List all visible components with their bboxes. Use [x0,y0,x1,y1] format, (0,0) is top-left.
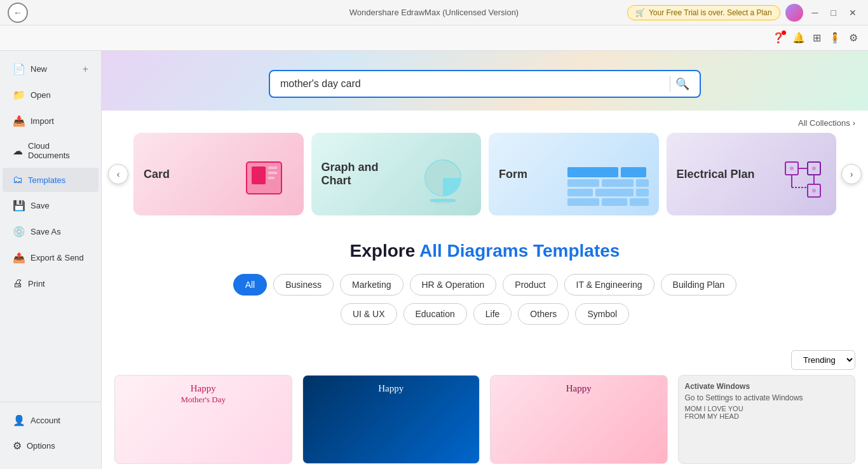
sidebar-item-import[interactable]: 📥 Import [3,109,98,133]
back-button[interactable]: ← [8,3,28,23]
trial-banner[interactable]: 🛒 Your Free Trial is over. Select a Plan [627,5,780,20]
template-card-1-text: HappyMother's Day [115,376,292,412]
sidebar-item-save[interactable]: 💾 Save [3,193,98,218]
card-icon [240,153,291,206]
filter-building[interactable]: Building Plan [661,274,737,296]
template-card-3[interactable]: Happy [490,375,668,464]
sidebar-item-cloud[interactable]: ☁ Cloud Documents [3,135,98,167]
template-card-1[interactable]: HappyMother's Day [114,375,292,464]
category-card-card[interactable]: Card [133,133,304,215]
sidebar-item-saveas[interactable]: 💿 Save As [3,219,98,244]
maximize-button[interactable]: □ [827,6,840,19]
sidebar-item-open[interactable]: 📁 Open [3,83,98,107]
plus-icon: + [83,64,88,75]
carousel-next-button[interactable]: › [841,164,862,184]
sidebar-item-options[interactable]: ⚙ Options [3,433,98,458]
content-area: 🔍 All Collections › ‹ Card [102,51,868,469]
sidebar: 📄 New + 📁 Open 📥 Import ☁ Cloud Document… [0,51,102,469]
carousel-prev-button[interactable]: ‹ [108,164,128,184]
svg-rect-6 [430,199,456,202]
template-card-4-text: Activate Windows Go to Settings to activ… [679,376,855,426]
settings-icon[interactable]: ⚙ [849,32,858,44]
sidebar-label-saveas: Save As [31,227,61,236]
titlebar: ← Wondershare EdrawMax (Unlicensed Versi… [0,0,868,25]
avatar[interactable] [785,4,803,22]
explore-title: Explore All Diagrams Templates [114,241,855,261]
filter-hr[interactable]: HR & Operation [410,274,497,296]
saveas-icon: 💿 [13,226,25,238]
category-carousel: ‹ Card [102,133,868,228]
filter-uiux[interactable]: UI & UX [341,303,397,325]
category-card-graph[interactable]: Graph andChart [311,133,482,215]
activate-windows-extra: MOM I LOVE YOUFROM MY HEAD [685,405,849,420]
filter-all[interactable]: All [233,274,268,296]
sidebar-label-print: Print [28,279,45,289]
help-icon[interactable]: ❓ [772,32,785,44]
template-grid: HappyMother's Day Happy Happy Activate W… [102,375,868,469]
sidebar-item-print[interactable]: 🖨 Print [3,271,98,296]
cart-icon: 🛒 [635,8,645,17]
open-icon: 📁 [13,89,25,101]
sidebar-label-cloud: Cloud Documents [28,141,88,160]
hero-section: 🔍 [102,51,868,111]
svg-rect-4 [268,177,275,179]
sidebar-item-export[interactable]: 📤 Export & Send [3,245,98,270]
filter-education[interactable]: Education [403,303,467,325]
sidebar-item-account[interactable]: 👤 Account [3,408,98,433]
svg-point-15 [790,167,794,170]
svg-rect-1 [252,167,266,184]
sidebar-label-options: Options [27,441,55,451]
svg-point-16 [812,167,816,170]
import-icon: 📥 [13,115,25,127]
template-card-4[interactable]: Activate Windows Go to Settings to activ… [678,375,856,464]
close-button[interactable]: ✕ [845,6,860,19]
trending-dropdown[interactable]: Trending Newest Popular [791,350,855,370]
search-divider [670,76,670,92]
category-card-electrical[interactable]: Electrical Plan [667,133,837,215]
filter-business[interactable]: Business [273,274,334,296]
category-electrical-label: Electrical Plan [677,168,755,181]
activate-windows-title: Activate Windows [685,382,849,391]
sidebar-label-open: Open [31,90,51,100]
filter-marketing[interactable]: Marketing [340,274,403,296]
new-icon: 📄 [13,63,25,75]
minimize-button[interactable]: ─ [808,6,822,19]
filter-life[interactable]: Life [473,303,512,325]
titlebar-left: ← [8,3,28,23]
trial-text: Your Free Trial is over. Select a Plan [649,8,772,17]
cards-container: Card Graph andChart [128,133,841,215]
sidebar-label-import: Import [31,116,54,126]
template-card-2[interactable]: Happy [302,375,480,464]
search-input[interactable] [280,78,665,90]
sidebar-label-save: Save [31,201,50,210]
filter-it[interactable]: IT & Engineering [564,274,654,296]
category-card-label: Card [144,168,170,181]
svg-rect-2 [268,167,277,169]
template-card-2-text: Happy [303,376,480,402]
sidebar-item-templates[interactable]: 🗂 Templates [3,168,98,192]
explore-title-highlight: All Diagrams Templates [419,241,620,261]
template-card-3-text: Happy [491,376,667,402]
svg-rect-3 [268,172,277,174]
search-box[interactable]: 🔍 [269,70,701,98]
activate-windows-sub: Go to Settings to activate Windows [685,393,849,402]
filter-symbol[interactable]: Symbol [575,303,629,325]
filter-others[interactable]: Others [518,303,569,325]
explore-title-static: Explore [350,241,419,261]
user-icon[interactable]: 🧍 [829,32,841,44]
sidebar-label-templates: Templates [28,175,65,185]
grid-icon[interactable]: ⊞ [813,32,821,44]
form-icon [567,167,649,206]
electrical-icon [773,149,830,209]
app-title: Wondershare EdrawMax (Unlicensed Version… [349,8,519,17]
category-card-form[interactable]: Form [489,133,659,215]
titlebar-right: 🛒 Your Free Trial is over. Select a Plan… [627,4,860,22]
trending-bar: Trending Newest Popular [102,345,868,375]
all-collections-link[interactable]: All Collections › [798,118,855,128]
sidebar-item-new[interactable]: 📄 New + [3,57,98,81]
account-icon: 👤 [13,414,25,426]
notification-icon[interactable]: 🔔 [792,32,805,44]
search-button[interactable]: 🔍 [675,77,689,91]
filter-product[interactable]: Product [503,274,557,296]
toolbar: ❓ 🔔 ⊞ 🧍 ⚙ [0,25,868,51]
